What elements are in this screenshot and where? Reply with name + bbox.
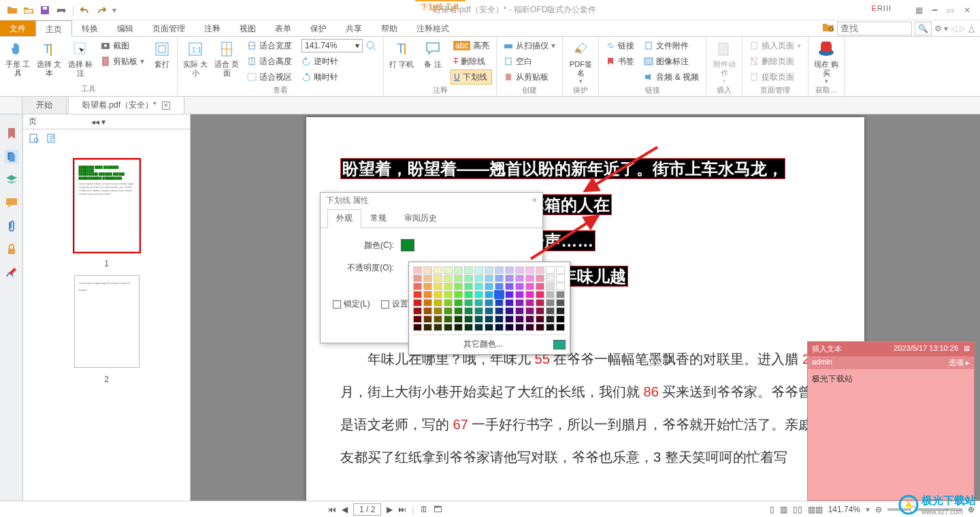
nav-prev-icon[interactable]: ◁ — [951, 24, 957, 33]
color-swatch-cell[interactable] — [505, 307, 514, 315]
panel-menu-icon[interactable]: ◂◂ ▾ — [91, 117, 105, 127]
color-swatch-cell[interactable] — [454, 324, 463, 331]
menu-tab-share[interactable]: 共享 — [336, 20, 372, 36]
color-swatch-cell[interactable] — [464, 324, 473, 331]
fit-width-button[interactable]: 适合宽度 — [244, 38, 295, 53]
sb-tool2-icon[interactable]: 🗔 — [434, 505, 442, 514]
color-swatch-cell[interactable] — [525, 291, 534, 298]
menu-tab-edit[interactable]: 编辑 — [108, 20, 143, 36]
dlg-tab-general[interactable]: 常规 — [361, 209, 395, 228]
color-swatch-cell[interactable] — [485, 291, 493, 298]
color-swatch-cell[interactable] — [525, 324, 534, 331]
collapse-ribbon-icon[interactable]: △ — [968, 24, 975, 33]
color-swatch-cell[interactable] — [413, 275, 422, 282]
color-swatch-cell[interactable] — [525, 307, 534, 315]
color-swatch-cell[interactable] — [413, 291, 422, 298]
color-swatch-cell[interactable] — [474, 324, 483, 331]
redo-icon[interactable] — [96, 5, 107, 16]
hand-tool-button[interactable]: 手形 工具 — [3, 38, 33, 83]
color-swatch-cell[interactable] — [444, 275, 453, 282]
color-swatch-cell[interactable] — [474, 299, 483, 307]
color-swatch-cell[interactable] — [546, 291, 555, 298]
view-cont-facing-icon[interactable]: ▥▥ — [808, 505, 823, 514]
color-swatch-cell[interactable] — [515, 275, 524, 282]
color-swatch-cell[interactable] — [434, 291, 442, 298]
color-swatch-cell[interactable] — [505, 299, 514, 307]
prev-page-icon[interactable]: ◀ — [342, 505, 348, 514]
save-icon[interactable] — [39, 5, 50, 16]
color-swatch-cell[interactable] — [423, 315, 432, 323]
clipboard-button[interactable]: 剪贴板▾ — [98, 54, 147, 69]
fit-page-button[interactable]: 适合 页面 — [212, 38, 242, 84]
rail-bookmark-icon[interactable] — [5, 127, 18, 140]
zoom-out-icon[interactable]: ⊖ — [875, 505, 882, 514]
color-swatch-cell[interactable] — [505, 283, 514, 290]
last-page-icon[interactable]: ⏭ — [398, 505, 406, 514]
fit-height-button[interactable]: 适合高度 — [244, 54, 295, 69]
close-tab-icon[interactable]: × — [162, 101, 170, 110]
color-swatch-cell[interactable] — [536, 275, 544, 282]
folder-icon[interactable] — [23, 5, 34, 16]
color-swatch-cell[interactable] — [454, 291, 463, 298]
color-swatch-cell[interactable] — [474, 275, 483, 282]
doctab-current[interactable]: 盼望着.pdf（安全）*× — [68, 96, 184, 114]
buy-now-button[interactable]: 现在 购买▾ — [811, 38, 841, 84]
zoom-combo[interactable]: 141.74%▾ — [299, 38, 379, 53]
fit-visible-button[interactable]: 适合视区 — [244, 69, 295, 84]
first-page-icon[interactable]: ⏮ — [328, 505, 336, 514]
delete-page-button[interactable]: 删除页面 — [747, 54, 804, 69]
bookmark-button[interactable]: 书签 — [603, 54, 637, 69]
typewriter-button[interactable]: T打 字机 — [387, 38, 416, 84]
color-swatch-cell[interactable] — [434, 324, 442, 331]
color-swatch-cell[interactable] — [556, 307, 565, 315]
color-swatch-cell[interactable] — [423, 291, 432, 298]
color-swatch-cell[interactable] — [495, 283, 504, 290]
color-swatch-cell[interactable] — [515, 299, 524, 307]
color-swatch-cell[interactable] — [556, 283, 565, 290]
color-swatch-cell[interactable] — [464, 275, 473, 282]
image-annot-button[interactable]: 图像标注 — [641, 54, 702, 69]
menu-tab-form[interactable]: 表单 — [265, 20, 301, 36]
rail-thumbnails-icon[interactable] — [5, 150, 18, 163]
color-swatch-cell[interactable] — [546, 283, 555, 290]
color-swatch-cell[interactable] — [556, 324, 565, 331]
color-swatch-cell[interactable] — [495, 291, 504, 298]
color-swatch-cell[interactable] — [434, 275, 442, 282]
color-swatch-cell[interactable] — [474, 291, 483, 298]
strikeout-button[interactable]: T删除线 — [451, 54, 492, 69]
extract-page-button[interactable]: 提取页面 — [747, 69, 804, 84]
fitbox-button[interactable]: 套打 — [150, 38, 174, 83]
color-swatch-cell[interactable] — [505, 315, 514, 323]
color-swatch-cell[interactable] — [536, 307, 544, 315]
color-swatch-cell[interactable] — [515, 307, 524, 315]
page-indicator[interactable]: 1 / 2 — [353, 503, 381, 516]
other-colors-button[interactable]: 其它颜色... — [413, 339, 553, 350]
menu-tab-pagemgr[interactable]: 页面管理 — [143, 20, 195, 36]
color-swatch-cell[interactable] — [495, 307, 504, 315]
gear-icon[interactable]: ⚙ ▾ — [934, 24, 948, 33]
insert-page-button[interactable]: 插入页面▾ — [747, 38, 804, 53]
underline-button[interactable]: U下划线 — [451, 69, 492, 84]
search-folder-icon[interactable] — [822, 22, 834, 35]
sticky-close-icon[interactable]: ⊠ — [964, 344, 970, 354]
color-swatch-cell[interactable] — [505, 291, 514, 298]
color-swatch-cell[interactable] — [536, 324, 544, 331]
audio-video-button[interactable]: 音频 & 视频 — [641, 69, 702, 84]
color-swatch-cell[interactable] — [454, 275, 463, 282]
attach-action-button[interactable]: 附件动 作▾ — [709, 38, 739, 84]
color-swatch-cell[interactable] — [536, 299, 544, 307]
color-swatch-cell[interactable] — [515, 291, 524, 298]
color-swatch-cell[interactable] — [515, 315, 524, 323]
menu-tab-protect[interactable]: 保护 — [301, 20, 336, 36]
rotate-cw-button[interactable]: 顺时针 — [299, 69, 379, 84]
color-swatch-cell[interactable] — [546, 307, 555, 315]
color-swatch-cell[interactable] — [434, 283, 442, 290]
open-icon[interactable] — [7, 5, 18, 16]
view-cont-icon[interactable]: ▥ — [780, 505, 787, 514]
pdf-sign-button[interactable]: PDF签 名▾ — [566, 38, 595, 84]
color-swatch-cell[interactable] — [423, 283, 432, 290]
nav-next-icon[interactable]: ▷ — [960, 24, 966, 33]
select-text-button[interactable]: T选择 文本 — [34, 38, 64, 83]
color-swatch-cell[interactable] — [464, 315, 473, 323]
lock-checkbox[interactable]: 锁定(L) — [333, 298, 370, 310]
